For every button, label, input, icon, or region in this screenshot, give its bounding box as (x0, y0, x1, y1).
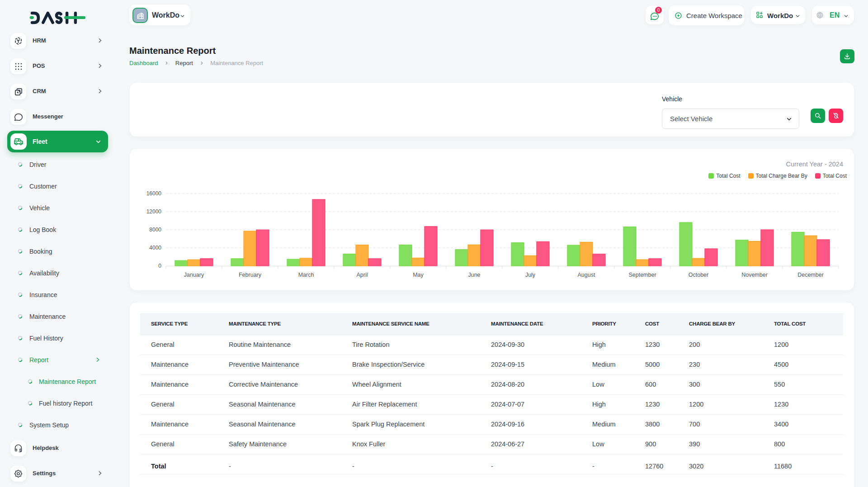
svg-text:4000: 4000 (149, 245, 161, 251)
svg-text:July: July (525, 272, 536, 278)
svg-text:February: February (239, 272, 262, 278)
svg-text:16000: 16000 (146, 190, 162, 197)
svg-text:June: June (468, 272, 480, 278)
svg-text:8000: 8000 (149, 227, 161, 233)
svg-text:December: December (797, 272, 824, 278)
svg-text:January: January (184, 272, 204, 278)
svg-text:September: September (628, 272, 656, 278)
svg-text:March: March (298, 272, 314, 278)
svg-text:12000: 12000 (146, 208, 162, 215)
svg-text:0: 0 (158, 263, 161, 269)
svg-text:October: October (689, 272, 708, 278)
svg-text:August: August (578, 272, 595, 278)
svg-text:May: May (413, 272, 424, 278)
svg-text:April: April (356, 272, 368, 278)
svg-text:November: November (741, 272, 768, 278)
